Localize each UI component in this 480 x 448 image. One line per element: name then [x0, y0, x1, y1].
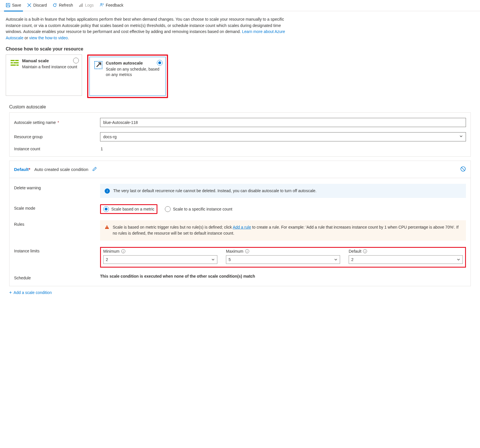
radio-off-icon — [165, 206, 171, 212]
manual-scale-desc: Maintain a fixed instance count — [22, 64, 78, 70]
discard-label: Discard — [33, 3, 47, 7]
setting-name-input[interactable] — [100, 118, 466, 127]
svg-rect-6 — [11, 60, 15, 61]
condition-name: Default* — [14, 167, 30, 172]
chevron-down-icon — [459, 135, 463, 139]
manual-scale-card[interactable]: Manual scale Maintain a fixed instance c… — [6, 54, 82, 96]
scale-mode-label: Scale mode — [14, 204, 100, 214]
custom-autoscale-radio[interactable] — [157, 60, 163, 66]
add-scale-condition-label: Add a scale condition — [13, 290, 52, 295]
feedback-label: Feedback — [106, 3, 123, 7]
refresh-label: Refresh — [59, 3, 73, 7]
intro-dot: . — [68, 36, 69, 40]
default-value: 2 — [351, 257, 354, 262]
howto-video-link[interactable]: view the how-to video — [29, 36, 68, 40]
minimum-label: Minimum i — [103, 249, 217, 254]
svg-rect-3 — [81, 4, 81, 7]
chevron-down-icon — [334, 258, 337, 261]
rules-label: Rules — [14, 220, 100, 241]
feedback-icon — [99, 3, 104, 7]
svg-point-5 — [101, 3, 102, 5]
svg-rect-7 — [15, 60, 19, 61]
toolbar: Save Discard Refresh Logs Feedback — [0, 0, 480, 11]
scale-mode-count-label: Scale to a specific instance count — [173, 207, 232, 211]
minimum-select[interactable]: 2 — [103, 255, 217, 264]
scale-mode-metric-radio[interactable]: Scale based on a metric — [103, 206, 154, 212]
scale-mode-metric-label: Scale based on a metric — [111, 207, 154, 211]
resource-group-value: docs-rg — [103, 135, 117, 139]
setting-name-label: Autoscale setting name * — [14, 120, 100, 125]
resource-group-label: Resource group — [14, 135, 100, 139]
default-select[interactable]: 2 — [349, 255, 463, 264]
custom-autoscale-icon — [94, 61, 103, 70]
maximum-value: 5 — [229, 257, 231, 262]
autoscale-settings-panel: Autoscale setting name * Resource group … — [9, 112, 471, 157]
condition-subtitle: Auto created scale condition — [34, 167, 88, 172]
add-scale-condition-link[interactable]: + Add a scale condition — [9, 290, 474, 295]
svg-rect-10 — [11, 65, 16, 66]
instance-limits-label: Instance limits — [14, 247, 100, 268]
manual-scale-icon — [10, 58, 19, 67]
disable-condition-button[interactable] — [460, 166, 466, 173]
custom-autoscale-highlight: Custom autoscale Scale on any schedule, … — [87, 54, 168, 98]
instance-count-label: Instance count — [14, 147, 100, 151]
custom-autoscale-desc: Scale on any schedule, based on any metr… — [106, 67, 161, 78]
default-label: Default i — [349, 249, 463, 254]
instance-count-value: 1 — [100, 147, 103, 151]
scale-condition-panel: Default* Auto created scale condition De… — [9, 161, 471, 286]
scale-mode-metric-highlight: Scale based on a metric — [100, 204, 157, 214]
info-icon[interactable]: i — [363, 249, 367, 253]
refresh-button[interactable]: Refresh — [52, 3, 73, 7]
delete-warning-label: Delete warning — [14, 184, 100, 198]
info-icon[interactable]: i — [121, 249, 125, 253]
svg-rect-8 — [11, 62, 13, 63]
rules-warning-text: Scale is based on metric trigger rules b… — [113, 224, 461, 237]
maximum-label: Maximum i — [226, 249, 340, 254]
logs-label: Logs — [85, 3, 93, 7]
discard-button[interactable]: Discard — [27, 3, 47, 7]
custom-autoscale-card[interactable]: Custom autoscale Scale on any schedule, … — [89, 57, 166, 96]
svg-rect-15 — [107, 228, 107, 229]
svg-rect-11 — [16, 65, 19, 66]
scale-mode-count-radio[interactable]: Scale to a specific instance count — [165, 206, 232, 212]
info-icon: i — [105, 188, 110, 194]
logs-icon — [79, 3, 83, 7]
schedule-label: Schedule — [14, 274, 100, 280]
refresh-icon — [52, 3, 57, 7]
plus-icon: + — [9, 290, 12, 295]
info-icon[interactable]: i — [245, 249, 249, 253]
delete-warning-text: The very last or default recurrence rule… — [113, 188, 317, 194]
chevron-down-icon — [457, 258, 460, 261]
choose-scale-title: Choose how to scale your resource — [6, 46, 474, 52]
edit-condition-button[interactable] — [92, 167, 97, 172]
schedule-text: This scale condition is executed when no… — [100, 274, 466, 278]
delete-warning-box: i The very last or default recurrence ru… — [100, 184, 466, 198]
intro-text: Autoscale is a built-in feature that hel… — [6, 16, 298, 41]
instance-limits-highlight: Minimum i 2 Maximum i — [100, 247, 466, 268]
warning-icon — [105, 225, 109, 237]
minimum-value: 2 — [106, 257, 108, 262]
custom-autoscale-title: Custom autoscale — [106, 61, 161, 65]
save-label: Save — [12, 3, 21, 7]
maximum-select[interactable]: 5 — [226, 255, 340, 264]
svg-rect-14 — [107, 226, 107, 228]
chevron-down-icon — [211, 258, 215, 261]
save-icon — [6, 3, 10, 7]
feedback-button[interactable]: Feedback — [99, 3, 123, 7]
resource-group-select[interactable]: docs-rg — [100, 132, 466, 141]
radio-on-icon — [103, 206, 109, 212]
svg-rect-1 — [7, 5, 9, 7]
intro-or: or — [24, 36, 29, 40]
svg-rect-2 — [79, 5, 80, 7]
condition-header: Default* Auto created scale condition — [9, 161, 471, 178]
svg-rect-9 — [13, 62, 19, 63]
manual-scale-radio[interactable] — [73, 58, 79, 63]
custom-autoscale-section-title: Custom autoscale — [9, 104, 474, 110]
save-button[interactable]: Save — [6, 3, 21, 7]
close-icon — [27, 3, 32, 7]
svg-rect-4 — [82, 3, 83, 7]
rules-warning-box: Scale is based on metric trigger rules b… — [100, 220, 466, 241]
logs-button[interactable]: Logs — [79, 3, 93, 7]
scale-options: Manual scale Maintain a fixed instance c… — [6, 54, 474, 98]
add-rule-link[interactable]: Add a rule — [233, 225, 251, 229]
